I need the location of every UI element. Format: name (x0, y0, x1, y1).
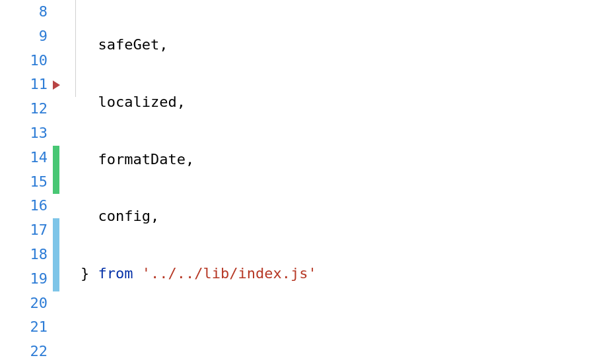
line-number[interactable]: 15 (0, 170, 48, 195)
line-number-gutter[interactable]: 8 9 10 11 12 13 14 15 16 17 18 19 20 21 … (0, 0, 53, 364)
code-line[interactable]: localized, (81, 90, 614, 115)
modified-marker[interactable] (53, 218, 59, 291)
indent-guide-column (71, 0, 81, 364)
line-number[interactable]: 20 (0, 291, 48, 316)
line-number[interactable]: 16 (0, 194, 48, 218)
code-line[interactable]: formatDate, (81, 148, 614, 172)
diff-gutter[interactable] (53, 0, 59, 364)
line-number[interactable]: 17 (0, 218, 48, 243)
line-number[interactable]: 21 (0, 315, 48, 340)
code-editor[interactable]: 8 9 10 11 12 13 14 15 16 17 18 19 20 21 … (0, 0, 614, 364)
deletion-marker-icon[interactable] (53, 80, 60, 90)
indent-guide (75, 0, 76, 97)
line-number[interactable]: 9 (0, 24, 48, 49)
line-number[interactable]: 22 (0, 340, 48, 364)
line-number[interactable]: 14 (0, 146, 48, 170)
line-number[interactable]: 8 (0, 0, 48, 24)
spacer (59, 0, 71, 364)
code-line[interactable]: config, (81, 204, 614, 229)
line-number[interactable]: 10 (0, 49, 48, 73)
line-number[interactable]: 11 (0, 73, 48, 97)
line-number[interactable]: 12 (0, 97, 48, 121)
code-content[interactable]: safeGet, localized, formatDate, config, … (81, 0, 614, 364)
code-line[interactable]: safeGet, (81, 33, 614, 57)
added-marker[interactable] (53, 146, 59, 195)
line-number[interactable]: 18 (0, 243, 48, 267)
code-line[interactable] (81, 319, 614, 344)
line-number[interactable]: 13 (0, 121, 48, 146)
line-number[interactable]: 19 (0, 267, 48, 291)
code-line[interactable]: } from '../../lib/index.js' (81, 262, 614, 286)
